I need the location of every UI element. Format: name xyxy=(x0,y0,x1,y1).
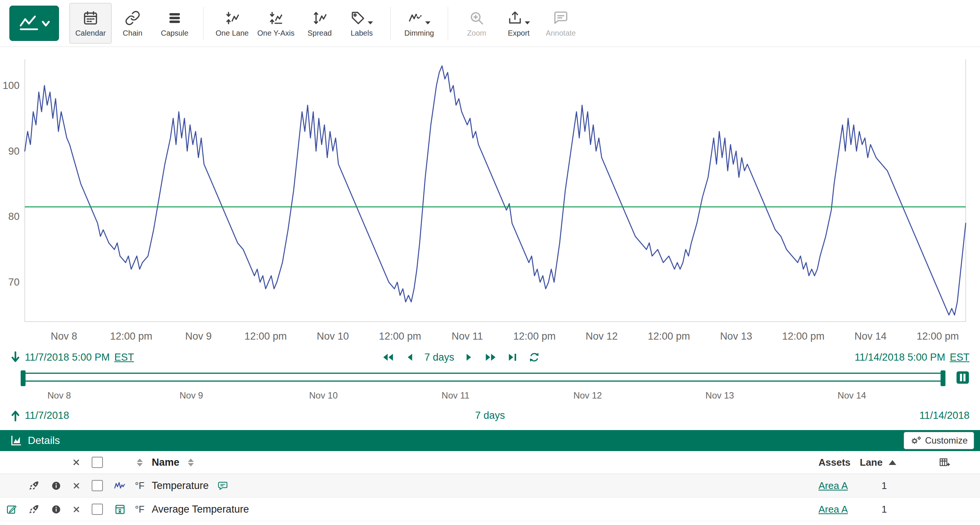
range-end-timezone[interactable]: EST xyxy=(950,352,969,363)
toolbar-dimming-label: Dimming xyxy=(404,29,434,37)
y-axis-labels: 708090100 xyxy=(3,80,19,288)
asset-explore-button[interactable] xyxy=(29,504,40,515)
time-range-slider-row xyxy=(0,368,980,390)
asset-link[interactable]: Area A xyxy=(818,504,848,515)
range-handles-icon xyxy=(955,369,971,386)
edit-formula-button[interactable] xyxy=(6,504,17,515)
step-back-full-button[interactable] xyxy=(382,352,395,363)
row-checkbox[interactable] xyxy=(92,480,103,491)
svg-text:Nov 8: Nov 8 xyxy=(51,331,77,342)
table-row: °F Average Temperature Area A 1 xyxy=(0,498,980,521)
svg-text:70: 70 xyxy=(8,277,19,288)
toolbar-zoom-button[interactable]: Zoom xyxy=(456,3,498,44)
toolbar-divider xyxy=(448,7,448,40)
toolbar-capsule-button[interactable]: Capsule xyxy=(154,3,196,44)
svg-text:Nov 12: Nov 12 xyxy=(585,331,618,342)
table-row: °F Temperature Area A 1 xyxy=(0,474,980,498)
investigate-range-row: 11/7/2018 7 days 11/14/2018 xyxy=(0,405,980,425)
spread-icon xyxy=(312,10,328,26)
slider-tick-label: Nov 12 xyxy=(573,390,602,401)
details-chart-icon xyxy=(10,434,22,447)
view-selector-button[interactable] xyxy=(10,6,59,41)
slider-handle-start[interactable] xyxy=(21,370,25,386)
asset-link[interactable]: Area A xyxy=(818,480,848,492)
export-icon xyxy=(507,10,523,26)
investigate-duration[interactable]: 7 days xyxy=(475,410,505,422)
toolbar: Calendar Chain Capsule xyxy=(0,0,980,47)
range-duration[interactable]: 7 days xyxy=(425,352,455,363)
toolbar-dimming-button[interactable]: Dimming xyxy=(398,3,440,44)
temperature-signal-line[interactable] xyxy=(25,66,966,315)
comment-bubble-icon xyxy=(217,481,228,491)
range-end-datetime[interactable]: 11/14/2018 5:00 PM xyxy=(854,352,945,363)
chart-axes xyxy=(25,59,966,322)
table-columns-icon xyxy=(939,457,950,468)
row-checkbox[interactable] xyxy=(92,504,103,515)
customize-button[interactable]: Customize xyxy=(904,432,974,449)
toolbar-spread-label: Spread xyxy=(308,29,332,37)
item-name[interactable]: Average Temperature xyxy=(152,504,249,515)
range-start-timezone[interactable]: EST xyxy=(114,352,134,363)
select-all-checkbox[interactable] xyxy=(92,457,103,468)
step-forward-half-button[interactable] xyxy=(465,352,474,363)
toolbar-chain-button[interactable]: Chain xyxy=(111,3,154,44)
trend-chart[interactable]: 708090100Nov 812:00 pmNov 912:00 pmNov 1… xyxy=(0,47,980,347)
item-info-button[interactable] xyxy=(51,481,61,491)
toolbar-divider xyxy=(390,7,391,40)
investigate-down-arrow-icon xyxy=(11,351,20,364)
step-to-now-button[interactable] xyxy=(508,352,518,363)
sort-type-control[interactable] xyxy=(137,458,143,466)
toolbar-one-y-axis-button[interactable]: One Y-Axis xyxy=(253,3,299,44)
svg-text:Nov 14: Nov 14 xyxy=(854,331,887,342)
svg-text:12:00 pm: 12:00 pm xyxy=(648,331,690,342)
lane-column-header[interactable]: Lane xyxy=(860,457,883,468)
svg-text:Nov 11: Nov 11 xyxy=(452,331,483,342)
svg-text:12:00 pm: 12:00 pm xyxy=(379,331,422,342)
remove-item-button[interactable] xyxy=(72,505,81,514)
remove-all-icon xyxy=(72,458,81,467)
slider-options-button[interactable] xyxy=(955,369,971,386)
zoom-icon xyxy=(469,10,485,26)
auto-update-button[interactable] xyxy=(528,352,540,363)
svg-text:12:00 pm: 12:00 pm xyxy=(514,331,556,342)
investigate-up-arrow-icon xyxy=(11,409,20,422)
sort-name-control[interactable] xyxy=(188,458,194,466)
remove-icon xyxy=(72,505,81,514)
forward-icon xyxy=(465,352,474,363)
remove-item-button[interactable] xyxy=(72,481,81,490)
comment-button[interactable] xyxy=(217,481,228,491)
unit-label: °F xyxy=(135,481,144,491)
time-range-slider[interactable] xyxy=(21,373,945,382)
investigate-end-date[interactable]: 11/14/2018 xyxy=(920,410,969,422)
trend-view-icon xyxy=(18,14,40,32)
item-name[interactable]: Temperature xyxy=(152,480,209,492)
toolbar-calendar-button[interactable]: Calendar xyxy=(70,3,111,44)
toolbar-annotate-button[interactable]: Annotate xyxy=(540,3,582,44)
caret-down-icon xyxy=(368,21,373,24)
investigate-start-date[interactable]: 11/7/2018 xyxy=(25,410,69,422)
toolbar-one-lane-button[interactable]: One Lane xyxy=(211,3,253,44)
range-start-datetime[interactable]: 11/7/2018 5:00 PM xyxy=(25,352,110,363)
remove-icon xyxy=(72,481,81,490)
table-options-button[interactable] xyxy=(939,457,950,468)
chain-icon xyxy=(125,10,140,26)
asset-explore-button[interactable] xyxy=(29,480,40,491)
step-forward-full-button[interactable] xyxy=(484,352,497,363)
slider-handle-end[interactable] xyxy=(940,370,945,386)
toolbar-labels-button[interactable]: Labels xyxy=(341,3,383,44)
customize-button-label: Customize xyxy=(925,435,967,446)
toolbar-export-button[interactable]: Export xyxy=(498,3,540,44)
item-info-button[interactable] xyxy=(51,504,61,514)
backward-icon xyxy=(405,352,414,363)
toolbar-spread-button[interactable]: Spread xyxy=(299,3,341,44)
rocket-icon xyxy=(29,480,40,491)
svg-text:12:00 pm: 12:00 pm xyxy=(916,331,959,342)
details-panel-title: Details xyxy=(28,435,60,447)
details-table-header: Name Assets Lane xyxy=(0,451,980,474)
slider-tick-label: Nov 13 xyxy=(705,390,734,401)
remove-all-button[interactable] xyxy=(72,458,81,467)
step-back-half-button[interactable] xyxy=(405,352,414,363)
assets-column-header: Assets xyxy=(818,457,850,468)
slider-tick-label: Nov 10 xyxy=(309,390,338,401)
svg-text:Nov 10: Nov 10 xyxy=(317,331,349,342)
